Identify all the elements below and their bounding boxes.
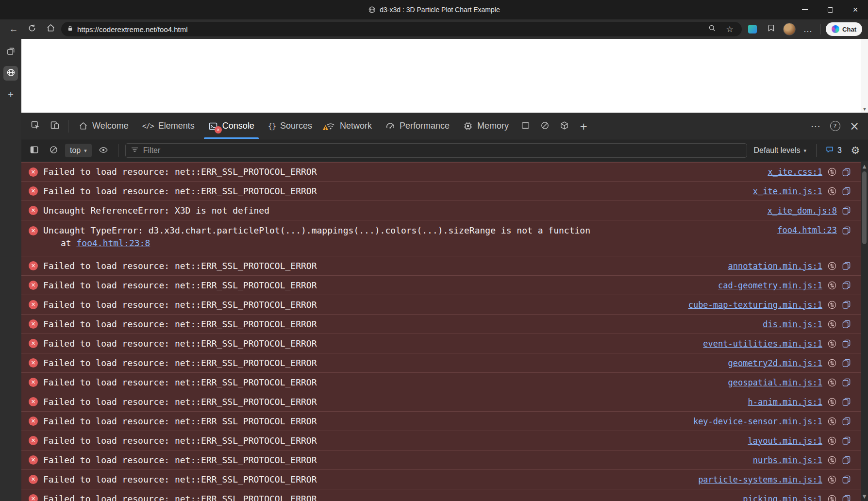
stack-frame-link[interactable]: foo4.html:23:8 bbox=[77, 238, 150, 248]
url-text[interactable]: https://coderextreme.net/foo4.html bbox=[77, 25, 188, 33]
source-location-link[interactable]: particle-systems.min.js:1 bbox=[698, 475, 822, 484]
network-conditions-button[interactable] bbox=[535, 117, 554, 135]
inspect-element-button[interactable] bbox=[26, 117, 45, 135]
source-location-link[interactable]: nurbs.min.js:1 bbox=[753, 455, 822, 465]
copilot-explain-error-icon[interactable] bbox=[842, 339, 851, 348]
view-network-request-icon[interactable] bbox=[827, 397, 837, 407]
view-network-request-icon[interactable] bbox=[827, 494, 837, 501]
copilot-explain-error-icon[interactable] bbox=[842, 319, 851, 329]
console-scrollbar[interactable]: ▲ ▼ bbox=[861, 162, 868, 501]
filter-input[interactable] bbox=[143, 146, 742, 155]
active-tab-button[interactable] bbox=[3, 66, 18, 81]
profile-button[interactable] bbox=[782, 21, 797, 37]
devtools-settings-button[interactable]: ⚙ bbox=[848, 143, 863, 158]
view-network-request-icon[interactable] bbox=[827, 378, 837, 387]
copilot-explain-error-icon[interactable] bbox=[842, 436, 851, 445]
view-network-request-icon[interactable] bbox=[827, 167, 837, 177]
view-network-request-icon[interactable] bbox=[827, 339, 837, 349]
copilot-explain-error-icon[interactable] bbox=[842, 300, 851, 309]
page-scrollbar[interactable]: ▼ bbox=[861, 39, 868, 113]
device-toolbar-button[interactable] bbox=[46, 117, 64, 135]
extension-button[interactable] bbox=[745, 21, 760, 37]
source-location-link[interactable]: event-utilities.min.js:1 bbox=[703, 339, 822, 349]
copilot-chat-button[interactable]: Chat bbox=[826, 22, 862, 36]
source-location-link[interactable]: x_ite.min.js:1 bbox=[753, 186, 822, 196]
copilot-explain-error-icon[interactable] bbox=[842, 186, 851, 196]
devtools-more-options-button[interactable]: ⋯ bbox=[807, 117, 824, 135]
source-location-link[interactable]: geometry2d.min.js:1 bbox=[728, 358, 822, 368]
application-panel-button[interactable] bbox=[516, 117, 534, 135]
source-location-link[interactable]: layout.min.js:1 bbox=[748, 436, 822, 446]
source-location-link[interactable]: picking.min.js:1 bbox=[743, 494, 822, 501]
new-tab-button[interactable]: + bbox=[3, 87, 18, 102]
source-location-link[interactable]: annotation.min.js:1 bbox=[728, 261, 822, 271]
copilot-explain-error-icon[interactable] bbox=[842, 261, 851, 270]
tab-console[interactable]: × Console bbox=[202, 113, 261, 139]
copilot-explain-error-icon[interactable] bbox=[842, 475, 851, 484]
source-location-link[interactable]: cad-geometry.min.js:1 bbox=[718, 281, 822, 290]
page-scroll-down-icon[interactable]: ▼ bbox=[862, 106, 867, 113]
collections-button[interactable] bbox=[763, 21, 779, 37]
refresh-button[interactable] bbox=[24, 21, 40, 37]
view-network-request-icon[interactable] bbox=[827, 261, 837, 271]
copilot-explain-error-icon[interactable] bbox=[842, 455, 851, 465]
source-location-link[interactable]: x_ite_dom.js:8 bbox=[768, 206, 837, 216]
log-levels-dropdown[interactable]: Default levels ▾ bbox=[751, 146, 810, 155]
error-icon: × bbox=[29, 186, 38, 196]
scroll-up-icon[interactable]: ▲ bbox=[863, 164, 867, 169]
copilot-explain-error-icon[interactable] bbox=[842, 378, 851, 387]
view-network-request-icon[interactable] bbox=[827, 358, 837, 368]
favorite-this-page-button[interactable]: ☆ bbox=[723, 23, 736, 35]
view-network-request-icon[interactable] bbox=[827, 281, 837, 290]
source-location-link[interactable]: x_ite.css:1 bbox=[768, 167, 822, 177]
tab-actions-button[interactable] bbox=[3, 45, 18, 59]
close-window-button[interactable]: × bbox=[843, 0, 868, 19]
back-button[interactable]: ← bbox=[6, 21, 21, 37]
zoom-button[interactable] bbox=[706, 23, 718, 35]
copilot-explain-error-icon[interactable] bbox=[842, 226, 851, 235]
view-network-request-icon[interactable] bbox=[827, 475, 837, 484]
view-network-request-icon[interactable] bbox=[827, 186, 837, 196]
issues-counter[interactable]: 3 bbox=[823, 145, 844, 156]
source-location-link[interactable]: dis.min.js:1 bbox=[763, 319, 822, 329]
address-bar[interactable]: https://coderextreme.net/foo4.html ☆ bbox=[61, 22, 742, 36]
3d-view-button[interactable] bbox=[555, 117, 573, 135]
tab-welcome[interactable]: Welcome bbox=[72, 113, 135, 139]
copilot-explain-error-icon[interactable] bbox=[842, 397, 851, 406]
source-location-link[interactable]: foo4.html:23 bbox=[777, 225, 837, 235]
source-location-link[interactable]: h-anim.min.js:1 bbox=[748, 397, 822, 407]
live-expression-button[interactable] bbox=[96, 143, 111, 158]
tab-performance[interactable]: Performance bbox=[379, 113, 456, 139]
view-network-request-icon[interactable] bbox=[827, 417, 837, 426]
view-network-request-icon[interactable] bbox=[827, 455, 837, 465]
home-button[interactable] bbox=[43, 21, 58, 37]
copilot-explain-error-icon[interactable] bbox=[842, 417, 851, 426]
copilot-explain-error-icon[interactable] bbox=[842, 358, 851, 367]
scroll-down-icon[interactable]: ▼ bbox=[863, 494, 867, 500]
copilot-explain-error-icon[interactable] bbox=[842, 494, 851, 501]
source-location-link[interactable]: cube-map-texturing.min.js:1 bbox=[688, 300, 822, 310]
view-network-request-icon[interactable] bbox=[827, 436, 837, 446]
view-network-request-icon[interactable] bbox=[827, 319, 837, 329]
devtools-help-button[interactable]: ? bbox=[826, 117, 844, 135]
console-filter-field[interactable] bbox=[125, 143, 747, 158]
console-sidebar-toggle-button[interactable] bbox=[26, 143, 42, 158]
tab-memory[interactable]: Memory bbox=[457, 113, 515, 139]
scrollbar-thumb[interactable] bbox=[862, 171, 867, 244]
tab-network[interactable]: Network bbox=[319, 113, 378, 139]
source-location-link[interactable]: geospatial.min.js:1 bbox=[728, 378, 822, 387]
tab-sources[interactable]: {} Sources bbox=[262, 113, 318, 139]
tab-elements[interactable]: </> Elements bbox=[136, 113, 201, 139]
copilot-explain-error-icon[interactable] bbox=[842, 206, 851, 215]
close-devtools-button[interactable]: × bbox=[846, 117, 863, 135]
clear-console-button[interactable] bbox=[46, 143, 61, 158]
view-network-request-icon[interactable] bbox=[827, 300, 837, 310]
browser-settings-menu-button[interactable]: … bbox=[800, 21, 816, 37]
copilot-explain-error-icon[interactable] bbox=[842, 281, 851, 290]
source-location-link[interactable]: key-device-sensor.min.js:1 bbox=[693, 417, 822, 426]
more-tabs-button[interactable]: + bbox=[574, 117, 593, 135]
execution-context-selector[interactable]: top ▾ bbox=[65, 144, 92, 157]
copilot-explain-error-icon[interactable] bbox=[842, 167, 851, 177]
maximize-button[interactable] bbox=[818, 0, 843, 19]
minimize-button[interactable] bbox=[792, 0, 818, 19]
